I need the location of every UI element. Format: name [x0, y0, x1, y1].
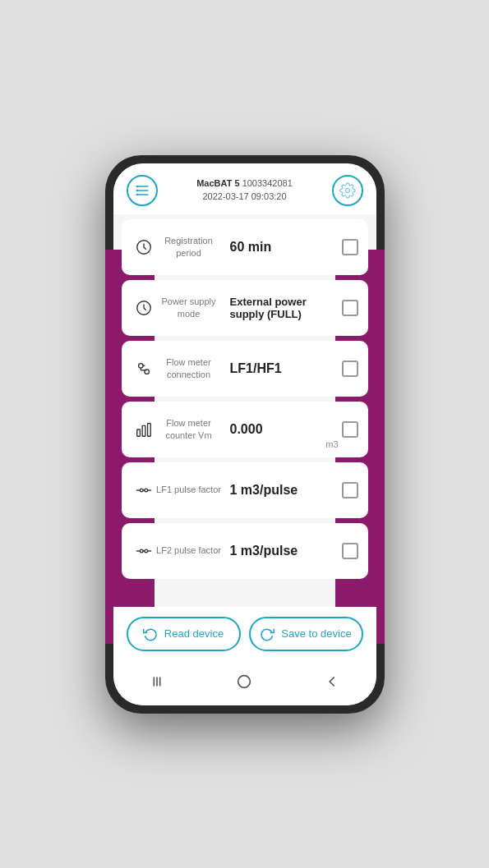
- checkbox-flow-meter-connection[interactable]: [342, 361, 358, 377]
- label-power-supply-mode: Power supply mode: [156, 296, 222, 319]
- label-flow-meter-connection: Flow meter connection: [156, 356, 222, 380]
- menu-icon: [134, 182, 150, 199]
- clock-icon-1: [131, 235, 156, 259]
- flow-meter-icon: [131, 356, 156, 381]
- save-device-button[interactable]: Save to device: [249, 617, 363, 651]
- value-flow-meter-counter: 0.000: [222, 422, 342, 437]
- read-device-button[interactable]: Read device: [127, 617, 241, 651]
- save-device-label: Save to device: [281, 627, 351, 640]
- bar-chart-icon: [131, 417, 156, 442]
- label-lf1-pulse-factor: LF1 pulse factor: [156, 484, 222, 495]
- value-power-supply-mode: External power supply (FULL): [222, 296, 342, 320]
- unit-flow-meter-counter: m3: [325, 439, 338, 449]
- settings-button[interactable]: [332, 175, 363, 206]
- value-registration-period: 60 min: [222, 240, 342, 255]
- svg-rect-16: [147, 423, 150, 436]
- row-lf2-pulse-factor: LF2 pulse factor 1 m3/pulse: [122, 523, 368, 579]
- row-lf1-pulse-factor: LF1 pulse factor 1 m3/pulse: [122, 462, 368, 518]
- lf1-pulse-icon: [131, 478, 156, 503]
- nav-back[interactable]: [323, 673, 341, 694]
- phone-screen: MacBAT 5 1003342081 2022-03-17 09:03:20: [113, 163, 376, 705]
- svg-point-3: [136, 185, 138, 187]
- clock-icon-2: [131, 296, 156, 320]
- svg-point-9: [138, 363, 143, 368]
- checkbox-registration-period[interactable]: [342, 239, 358, 255]
- device-name: MacBAT 5: [196, 178, 239, 188]
- lf2-pulse-icon: [131, 539, 156, 563]
- datetime: 2022-03-17 09:03:20: [202, 191, 286, 201]
- checkbox-power-supply-mode[interactable]: [342, 300, 358, 316]
- value-lf2-pulse-factor: 1 m3/pulse: [222, 544, 342, 558]
- label-flow-meter-counter: Flow meter counter Vm: [156, 417, 222, 441]
- checkbox-lf1-pulse-factor[interactable]: [342, 482, 358, 498]
- svg-point-25: [144, 549, 147, 553]
- svg-rect-15: [142, 425, 145, 436]
- menu-button[interactable]: [127, 175, 158, 206]
- checkbox-flow-meter-counter[interactable]: [342, 421, 358, 438]
- row-flow-meter-counter: Flow meter counter Vm 0.000 m3: [122, 402, 368, 457]
- row-registration-period: Registration period 60 min: [122, 219, 368, 275]
- nav-recent-apps[interactable]: [148, 673, 166, 694]
- svg-point-20: [144, 489, 147, 492]
- svg-point-18: [140, 489, 143, 492]
- settings-icon: [339, 182, 356, 199]
- svg-point-30: [238, 675, 251, 687]
- header: MacBAT 5 1003342081 2022-03-17 09:03:20: [113, 163, 376, 214]
- phone-frame: MacBAT 5 1003342081 2022-03-17 09:03:20: [105, 155, 385, 714]
- device-info: MacBAT 5 1003342081 2022-03-17 09:03:20: [196, 177, 293, 203]
- nav-home[interactable]: [235, 673, 253, 694]
- svg-rect-14: [136, 429, 140, 436]
- footer: Read device Save to device: [113, 607, 376, 664]
- label-registration-period: Registration period: [156, 235, 222, 259]
- row-flow-meter-connection: Flow meter connection LF1/HF1: [122, 341, 368, 397]
- checkbox-lf2-pulse-factor[interactable]: [342, 543, 358, 559]
- value-flow-meter-connection: LF1/HF1: [222, 361, 342, 376]
- content-area: Registration period 60 min Power supply …: [113, 214, 376, 607]
- value-lf1-pulse-factor: 1 m3/pulse: [222, 483, 342, 498]
- svg-point-5: [136, 193, 138, 195]
- save-icon: [260, 627, 274, 641]
- svg-point-4: [136, 189, 138, 191]
- read-device-label: Read device: [164, 627, 224, 640]
- navigation-bar: [113, 664, 376, 705]
- device-id: 1003342081: [242, 178, 293, 188]
- svg-point-23: [140, 549, 143, 553]
- svg-point-6: [345, 188, 349, 192]
- row-power-supply-mode: Power supply mode External power supply …: [122, 280, 368, 336]
- label-lf2-pulse-factor: LF2 pulse factor: [156, 544, 222, 556]
- read-icon: [143, 627, 158, 641]
